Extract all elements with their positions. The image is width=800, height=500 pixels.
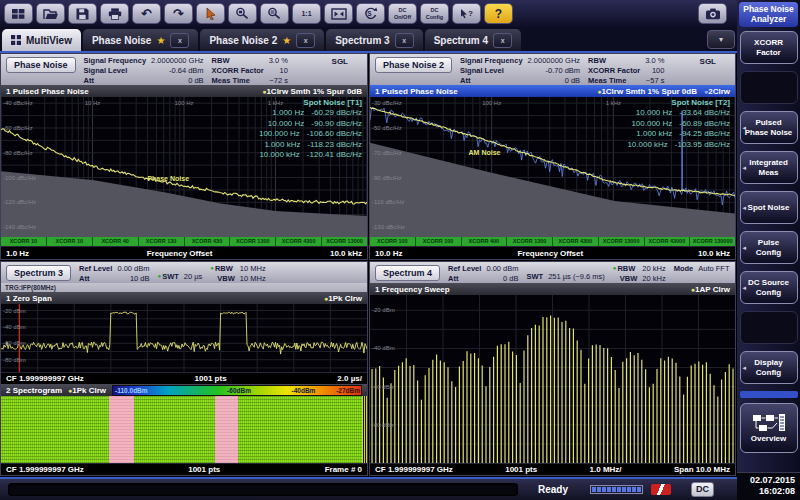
xcorr-segment: XCORR 400 xyxy=(462,237,508,246)
zero-span-graph[interactable]: -20 dBm-40 dBm-60 dBm-80 dBm xyxy=(1,304,367,372)
zoom-multi-icon[interactable] xyxy=(260,3,289,24)
split-display-icon[interactable] xyxy=(324,3,353,24)
channel-button[interactable]: Spectrum 4 xyxy=(375,265,440,281)
info-value: 0 dB xyxy=(151,76,204,86)
continuous-sweep-icon[interactable]: S xyxy=(356,3,385,24)
tab-spectrum-4[interactable]: Spectrum 4 x xyxy=(425,29,521,51)
axis-start: 10.0 Hz xyxy=(375,249,403,258)
info-label: Meas Time xyxy=(212,76,264,86)
spot-value: -33.64 dBc/Hz xyxy=(679,108,730,118)
legend-text: 1AP Clrw xyxy=(695,285,730,294)
channel-button[interactable]: Phase Noise 2 xyxy=(375,57,452,73)
svg-text:-80 dBc/Hz: -80 dBc/Hz xyxy=(3,150,33,156)
frequency-sweep-graph[interactable]: -20 dBm-40 dBm-60 dBm-80 dBm xyxy=(370,295,735,463)
trace-title-bar-active[interactable]: 1 Pulsed Phase Noise ●1Clrw Smth 1% Spur… xyxy=(370,85,735,97)
info-value: ~57 s xyxy=(645,76,664,86)
zoom-area-icon[interactable] xyxy=(228,3,257,24)
xcorr-segment: XCORR 10 xyxy=(47,237,93,246)
softkey-pulse-config[interactable]: ◂Pulse Config xyxy=(740,231,798,264)
info-value: 10 MHz xyxy=(240,264,266,274)
save-icon[interactable] xyxy=(68,3,97,24)
windows-logo-icon[interactable] xyxy=(4,3,33,24)
tab-phase-noise[interactable]: Phase Noise ★ x xyxy=(83,29,198,51)
xcorr-segment: XCORR 100 xyxy=(416,237,462,246)
info-label: Att xyxy=(460,76,523,86)
coupled-dot-icon: ● xyxy=(613,265,617,271)
dc-config-line2: Config xyxy=(426,14,443,20)
tab-close-button[interactable]: x xyxy=(493,33,512,48)
softkey-xcorr-factor[interactable]: XCORR Factor xyxy=(740,31,798,64)
softkey-dc-source-config[interactable]: ◂DC Source Config xyxy=(740,271,798,304)
svg-text:-80 dBm: -80 dBm xyxy=(372,422,395,428)
tab-phase-noise-2[interactable]: Phase Noise 2 ★ x xyxy=(200,29,324,51)
channel-info-left: Ref Level0.00 dBm Att0 dB xyxy=(448,264,518,282)
softkey-label: Display Config xyxy=(745,358,793,377)
info-value: 20 kHz xyxy=(642,264,665,274)
trace-title-bar[interactable]: 1 Pulsed Phase Noise ●1Clrw Smth 1% Spur… xyxy=(1,85,367,97)
dc-config-button[interactable]: DC Config xyxy=(420,3,449,24)
xcorr-count-bar: XCORR 10 XCORR 10 XCORR 40 XCORR 130 XCO… xyxy=(1,237,367,246)
sweep-points: 1001 pts xyxy=(188,465,220,474)
tab-label: Spectrum 4 xyxy=(434,35,488,46)
context-help-icon[interactable]: ? xyxy=(452,3,481,24)
redo-icon[interactable]: ↷ xyxy=(164,3,193,24)
channel-info-bw: ●RBW20 kHz VBW20 kHz xyxy=(613,264,666,282)
help-icon[interactable]: ? xyxy=(484,3,513,24)
info-label: Signal Level xyxy=(460,66,523,76)
softkey-pulsed-phase-noise[interactable]: ◂Pulsed Phase Noise xyxy=(740,111,798,144)
tab-label: Phase Noise xyxy=(92,35,151,46)
softkey-empty xyxy=(740,311,798,344)
channel-button[interactable]: Phase Noise xyxy=(6,57,76,73)
phase-noise-graph[interactable]: -30 dBc/Hz-50 dBc/Hz-70 dBc/Hz-90 dBc/Hz… xyxy=(370,97,735,237)
softkey-spot-noise[interactable]: ◂Spot Noise xyxy=(740,191,798,224)
spectrogram-color-scale: -110.0dBm -60dBm -40dBm -27dBm xyxy=(112,385,362,396)
multiview-grid: Phase Noise Signal Frequency2.0000000 GH… xyxy=(0,53,737,477)
tab-close-button[interactable]: x xyxy=(170,33,189,48)
softkey-overview[interactable]: Overview xyxy=(740,403,798,453)
info-label: XCORR Factor xyxy=(212,66,264,76)
toolbar: ↶ ↷ 1:1 S DC On/Off DC Config ? ? xyxy=(0,0,737,27)
spot-value: -103.95 dBc/Hz xyxy=(675,140,730,150)
channel-header: Phase Noise Signal Frequency2.0000000 GH… xyxy=(1,54,367,85)
svg-text:-140 dBc/Hz: -140 dBc/Hz xyxy=(3,224,36,230)
spot-value: -94.25 dBc/Hz xyxy=(679,129,730,139)
tab-spectrum-3[interactable]: Spectrum 3 x xyxy=(326,29,422,51)
spot-freq: 1.000 kHz xyxy=(636,129,672,139)
info-label: Att xyxy=(84,76,147,86)
legend-text: 1Clrw Smth 1% Spur 0dB xyxy=(266,87,362,96)
svg-text:-80 dBm: -80 dBm xyxy=(3,357,26,363)
legend-text: 2Clrw xyxy=(708,87,730,96)
screenshot-icon[interactable] xyxy=(698,3,727,24)
softkey-display-config[interactable]: ◂Display Config xyxy=(740,351,798,384)
svg-text:AM Noise: AM Noise xyxy=(469,149,501,156)
softkey-label: Overview xyxy=(751,434,787,444)
trace-title-bar[interactable]: 1 Frequency Sweep ●1AP Clrw xyxy=(370,283,735,295)
spectrogram-title-bar[interactable]: 2 Spectrogram ●1Pk Clrw -110.0dBm -60dBm… xyxy=(1,384,367,396)
sweep-points: 1001 pts xyxy=(195,374,227,383)
phase-noise-graph[interactable]: -40 dBc/Hz-60 dBc/Hz-80 dBc/Hz-100 dBc/H… xyxy=(1,97,367,237)
channel-info-swt: SWT251 µs (~9.6 ms) xyxy=(527,272,605,282)
dc-onoff-button[interactable]: DC On/Off xyxy=(388,3,417,24)
channel-button[interactable]: Spectrum 3 xyxy=(6,265,71,281)
submenu-arrow-icon: ◂ xyxy=(743,283,747,291)
trace-title-bar[interactable]: 1 Zero Span ●1Pk Clrw xyxy=(1,292,367,304)
softkey-label: Integrated Meas xyxy=(745,158,793,177)
select-pointer-icon[interactable] xyxy=(196,3,225,24)
open-file-icon[interactable] xyxy=(36,3,65,24)
zoom-1to1-icon[interactable]: 1:1 xyxy=(292,3,321,24)
tab-close-button[interactable]: x xyxy=(395,33,414,48)
trace-window-title: 1 Pulsed Phase Noise xyxy=(375,87,458,96)
single-sweep-badge: SGL xyxy=(332,56,362,84)
spot-freq: 10.000 kHz xyxy=(627,140,667,150)
submenu-arrow-icon: ◂ xyxy=(743,363,747,371)
tab-list-dropdown[interactable]: ▾ xyxy=(707,30,735,49)
softkey-integrated-meas[interactable]: ◂Integrated Meas xyxy=(740,151,798,184)
print-icon[interactable] xyxy=(100,3,129,24)
undo-icon[interactable]: ↶ xyxy=(132,3,161,24)
spot-noise-table: Spot Noise [T2] 10.000 Hz-33.64 dBc/Hz 1… xyxy=(627,98,730,150)
spectrogram-display[interactable] xyxy=(1,396,367,463)
tab-multiview[interactable]: MultiView xyxy=(2,29,81,51)
trace-window-title: 1 Frequency Sweep xyxy=(375,285,450,294)
frame-number: Frame # 0 xyxy=(325,465,362,474)
tab-close-button[interactable]: x xyxy=(296,33,315,48)
